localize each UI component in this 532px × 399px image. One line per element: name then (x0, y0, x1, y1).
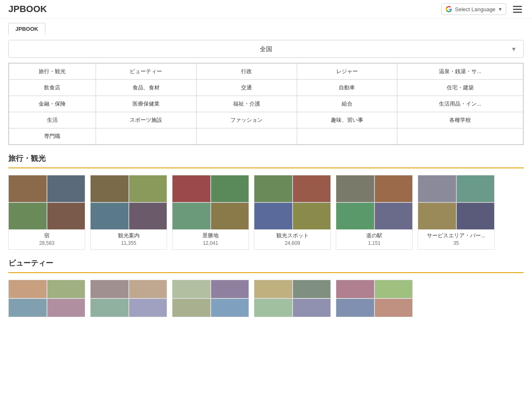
card-image (254, 175, 330, 229)
travel-section-divider (8, 167, 524, 168)
category-cell[interactable]: 各種学校 (397, 112, 523, 128)
beauty-card-tile (172, 280, 210, 298)
beauty-card-tile (375, 299, 413, 317)
beauty-card-tile (9, 280, 47, 298)
card-count: 24,609 (254, 240, 330, 249)
category-cell[interactable]: 旅行・観光 (9, 64, 96, 80)
beauty-card-tile (254, 299, 292, 317)
card-image-tile (254, 175, 292, 202)
translate-arrow-icon: ▼ (498, 7, 502, 12)
category-cell[interactable] (397, 128, 523, 145)
card-image (336, 175, 412, 229)
category-cell[interactable]: 自動車 (297, 80, 397, 96)
travel-card-grid: 宿28,583観光案内11,355景勝地12,041観光スポット24,609道の… (8, 175, 524, 250)
card-image-tile (9, 203, 47, 229)
category-cell[interactable] (196, 128, 297, 145)
card-image-tile (129, 203, 167, 229)
card-label: サービスエリア・パー... (418, 229, 494, 240)
card-label: 観光案内 (91, 229, 167, 240)
beauty-card[interactable] (8, 280, 85, 317)
beauty-card-tile (211, 280, 249, 298)
beauty-card[interactable] (254, 280, 331, 317)
beauty-section-divider (8, 272, 524, 273)
card-image-tile (375, 203, 413, 229)
card-count: 12,041 (172, 240, 249, 249)
category-cell[interactable]: スポーツ施設 (96, 112, 196, 128)
card-image-tile (457, 175, 495, 202)
card-image-tile (9, 175, 47, 202)
card-count: 1,151 (336, 240, 412, 249)
travel-card[interactable]: 宿28,583 (8, 175, 85, 250)
card-image-tile (47, 203, 85, 229)
card-image-tile (418, 175, 456, 202)
beauty-card-tile (293, 280, 331, 298)
card-label: 道の駅 (336, 229, 412, 240)
card-image-tile (129, 175, 167, 202)
card-image (9, 175, 85, 229)
translate-label: Select Language (455, 6, 496, 12)
site-logo[interactable]: JPBOOK (8, 4, 47, 15)
travel-card[interactable]: 道の駅1,151 (336, 175, 413, 250)
card-image (418, 175, 494, 229)
beauty-card-grid (8, 280, 524, 317)
travel-card[interactable]: 景勝地12,041 (172, 175, 249, 250)
category-cell[interactable]: 交通 (196, 80, 297, 96)
card-image-tile (211, 203, 249, 229)
category-cell[interactable]: 生活 (9, 112, 96, 128)
card-image-tile (336, 175, 374, 202)
beauty-card-tile (47, 280, 85, 298)
category-cell[interactable]: レジャー (297, 64, 397, 80)
card-image (91, 175, 167, 229)
category-cell[interactable]: 温泉・銭湯・サ... (397, 64, 523, 80)
nav-tabs: JPBOOK (0, 19, 532, 35)
beauty-card-tile (91, 280, 128, 298)
category-cell[interactable]: 組合 (297, 96, 397, 112)
google-translate-widget[interactable]: Select Language ▼ (441, 3, 506, 15)
card-label: 景勝地 (172, 229, 249, 240)
card-image-tile (172, 175, 210, 202)
card-image-tile (375, 175, 413, 202)
card-label: 観光スポット (254, 229, 330, 240)
beauty-card[interactable] (172, 280, 249, 317)
category-cell[interactable]: 趣味、習い事 (297, 112, 397, 128)
beauty-section-title: ビューティー (8, 258, 524, 268)
menu-icon[interactable] (511, 4, 524, 15)
tab-jpbook[interactable]: JPBOOK (8, 23, 45, 35)
category-cell[interactable]: 行政 (196, 64, 297, 80)
card-count: 35 (418, 240, 494, 249)
beauty-card[interactable] (336, 280, 413, 317)
category-cell[interactable]: 医療保健業 (96, 96, 196, 112)
category-cell[interactable]: 飲食店 (9, 80, 96, 96)
travel-section-title: 旅行・観光 (8, 153, 524, 163)
card-image-tile (293, 175, 331, 202)
beauty-card-tile (47, 299, 85, 317)
beauty-card-tile (9, 299, 47, 317)
travel-card[interactable]: 観光案内11,355 (90, 175, 167, 250)
category-cell[interactable]: 金融・保険 (9, 96, 96, 112)
card-image-tile (172, 203, 210, 229)
beauty-section: ビューティー (8, 258, 524, 317)
category-cell[interactable]: ファッション (196, 112, 297, 128)
travel-card[interactable]: 観光スポット24,609 (254, 175, 331, 250)
category-cell[interactable]: 食品、食材 (96, 80, 196, 96)
beauty-card-tile (336, 280, 374, 298)
travel-card[interactable]: サービスエリア・パー...35 (418, 175, 495, 250)
category-cell[interactable]: 福祉・介護 (196, 96, 297, 112)
category-cell[interactable]: 生活用品・イン... (397, 96, 523, 112)
beauty-card-tile (129, 280, 167, 298)
card-image-tile (293, 203, 331, 229)
beauty-card-tile (129, 299, 167, 317)
card-count: 11,355 (91, 240, 167, 249)
category-cell[interactable]: 住宅・建築 (397, 80, 523, 96)
card-image (172, 175, 249, 229)
beauty-card-tile (211, 299, 249, 317)
beauty-card-tile (293, 299, 331, 317)
card-image-tile (91, 175, 128, 202)
category-cell[interactable] (96, 128, 196, 145)
beauty-card[interactable] (90, 280, 167, 317)
category-cell[interactable] (297, 128, 397, 145)
region-select[interactable]: 全国 北海道 東北 関東 中部 近畿 中国 四国 九州 沖縄 (9, 40, 523, 57)
category-cell[interactable]: ビューティー (96, 64, 196, 80)
category-cell[interactable]: 専門職 (9, 128, 96, 145)
card-image-tile (211, 175, 249, 202)
